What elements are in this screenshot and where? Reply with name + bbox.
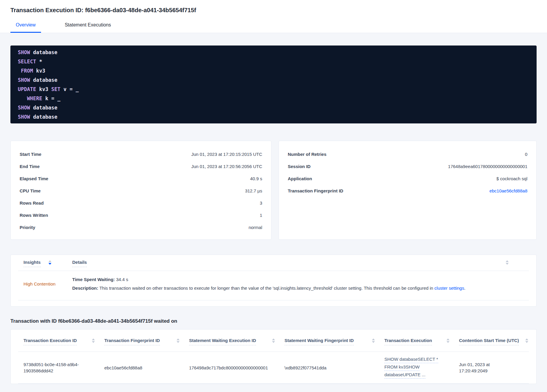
sql-text: v = _ [60,86,78,92]
sql-text: kv3 [33,68,45,74]
column-header-label[interactable]: Transaction Execution [384,338,432,345]
column-header-contention-start-time-utc-[interactable]: Contention Start Time (UTC) [459,338,529,345]
page-title: Transaction Execution ID: f6be6366-da03-… [10,7,537,14]
insight-description-line: Description: This transaction waited on … [72,284,466,292]
sort-down-triangle [372,341,375,343]
sort-up-triangle [447,338,449,340]
sql-keyword: WHERE [27,95,42,101]
sql-text: database [30,49,57,55]
kv-row: Session ID17648a9eea60178000000000000000… [288,160,527,173]
kv-label: Number of Retries [288,152,326,157]
transaction-execution-link[interactable]: SHOW databaseSELECT *FROM kv3SHOWdatabas… [384,356,459,379]
column-header-transaction-execution[interactable]: Transaction Execution [384,338,459,345]
kv-row: Elapsed Time40.9 s [20,173,262,185]
column-header-label[interactable]: Contention Start Time (UTC) [459,338,519,345]
kv-row: Rows Read3 [20,197,262,209]
column-header-label[interactable]: Statement Waiting Fingerprint ID [284,338,354,345]
sql-code-line: SHOW database [18,112,529,122]
sort-up-triangle [177,338,180,340]
transaction-execution-link-line[interactable]: SHOW databaseSELECT * [384,356,438,363]
details-header-label[interactable]: Details [72,260,87,267]
sql-statements-box: SHOW databaseSELECT * FROM kv3SHOW datab… [10,46,537,123]
sort-down-triangle [272,341,275,343]
page-content: SHOW databaseSELECT * FROM kv3SHOW datab… [0,33,547,384]
sql-keyword: SHOW [18,105,30,111]
column-header-statement-waiting-execution-id[interactable]: Statement Waiting Execution ID [189,338,284,345]
column-header-statement-waiting-fingerprint-id[interactable]: Statement Waiting Fingerprint ID [284,338,384,345]
sort-icon [447,338,449,343]
transaction-execution-link-line[interactable]: databaseUPDATE ... [384,371,425,379]
tab-statement-executions[interactable]: Statement Executions [59,22,117,33]
kv-row: Number of Retries0 [288,148,527,160]
sql-text: database [30,114,57,120]
waited-on-heading: Transaction with ID f6be6366-da03-48de-a… [10,318,537,324]
kv-label: End Time [20,164,40,169]
kv-label: CPU Time [20,188,41,193]
cluster-settings-link[interactable]: cluster settings [434,286,464,291]
sort-down-triangle [92,341,95,343]
insights-header-label[interactable]: Insights [23,260,41,267]
sort-up-triangle [372,338,375,340]
insights-card: Insights Details High Contention Time Sp… [10,255,537,307]
kv-value: 3 [260,200,262,206]
table-cell: 9738d051-bc0e-4158-a9b4-1903586ddd42 [23,361,104,374]
sort-icon [272,338,275,343]
insights-column-header[interactable]: Insights [23,260,72,267]
sql-code-line: UPDATE kv3 SET v = _ [18,85,529,94]
kv-row: End TimeJun 01, 2023 at 17:20:56:2056 UT… [20,160,262,173]
sql-code-line: FROM kv3 [18,66,529,76]
transaction-execution-link-line[interactable]: FROM kv3SHOW [384,364,419,371]
sql-code-line: SHOW database [18,76,529,85]
sql-text: database [30,77,57,83]
sql-keyword: SELECT [18,59,36,65]
waited-table-header: Transaction Execution IDTransaction Fing… [18,330,529,352]
column-header-label[interactable]: Statement Waiting Execution ID [189,338,256,345]
page-header: Transaction Execution ID: f6be6366-da03-… [0,0,547,33]
sql-text [18,68,21,74]
sql-code-line: SHOW database [18,103,529,112]
sort-up-triangle [92,338,95,340]
kv-value: Jun 01, 2023 at 17:20:15:2015 UTC [191,152,262,157]
kv-value: Jun 01, 2023 at 17:20:56:2056 UTC [191,164,262,169]
sort-up-triangle [525,338,528,340]
details-column-header[interactable]: Details [72,260,87,267]
details-cards-row: Start TimeJun 01, 2023 at 17:20:15:2015 … [10,141,537,240]
sort-icon [177,338,180,343]
waited-on-table-card: Transaction Execution IDTransaction Fing… [10,329,537,384]
column-header-label[interactable]: Transaction Fingerprint ID [104,338,160,345]
kv-value: normal [249,225,262,230]
sql-text: kv3 [36,86,51,92]
transaction-fingerprint-link[interactable]: ebc10ae56cfd88a8 [489,188,527,193]
kv-label: Rows Read [20,200,44,206]
sort-down-triangle [447,341,449,343]
column-header-transaction-execution-id[interactable]: Transaction Execution ID [23,338,104,345]
insight-details: Time Spent Waiting: 34.4 s Description: … [72,275,466,292]
kv-value: 17648a9eea6017800000000000000001 [448,164,527,169]
kv-value: $ cockroach sql [496,176,527,181]
insight-waiting-line: Time Spent Waiting: 34.4 s [72,275,466,284]
sort-icon [372,338,375,343]
kv-label: Elapsed Time [20,176,48,181]
kv-row: Prioritynormal [20,221,262,233]
sort-icon [48,260,51,265]
timing-details-card: Start TimeJun 01, 2023 at 17:20:15:2015 … [10,141,271,240]
sql-text: database [30,105,57,111]
sql-code-line: WHERE k = _ [18,94,529,103]
sort-icon [506,260,509,265]
session-details-card: Number of Retries0Session ID17648a9eea60… [279,141,537,240]
table-cell: \xdb8922f077541dda [284,365,384,371]
column-header-transaction-fingerprint-id[interactable]: Transaction Fingerprint ID [104,338,189,345]
sql-code-line: SELECT * [18,57,529,66]
waited-table-row: 9738d051-bc0e-4158-a9b4-1903586ddd42ebc1… [18,352,529,384]
sql-keyword: SHOW [18,49,30,55]
table-cell: Jun 01, 2023 at 17:20:49:2049 [459,361,529,374]
sql-keyword: FROM [21,68,33,74]
kv-row: Start TimeJun 01, 2023 at 17:20:15:2015 … [20,148,262,160]
sort-down-triangle [177,341,180,343]
tab-overview[interactable]: Overview [10,22,41,33]
kv-value: 0 [525,152,527,157]
sql-text [18,95,27,101]
kv-label: Session ID [288,164,311,169]
sql-keyword: SHOW [18,77,30,83]
column-header-label[interactable]: Transaction Execution ID [23,338,77,345]
